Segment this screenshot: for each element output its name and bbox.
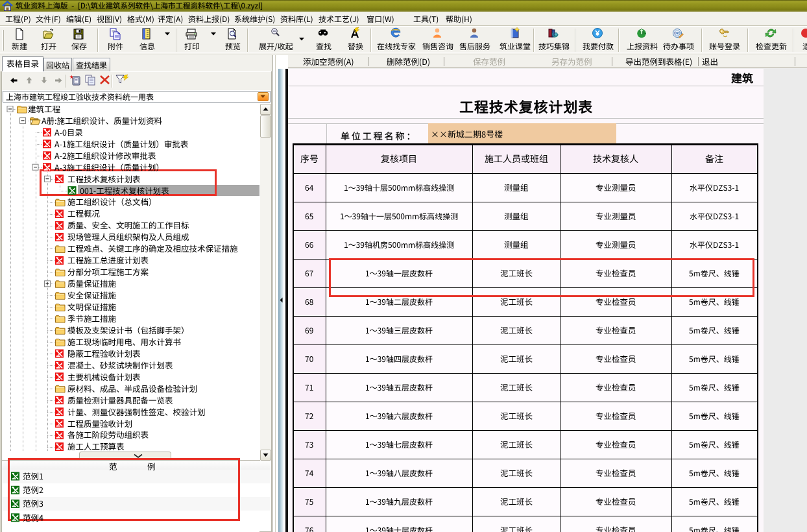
svg-text:DVD: DVD bbox=[674, 32, 681, 35]
